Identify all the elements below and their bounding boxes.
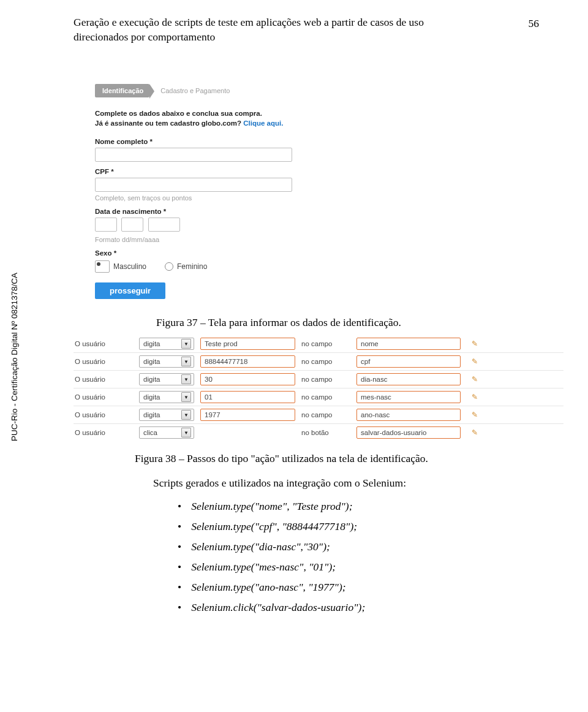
step-verb-label: digita — [143, 376, 160, 383]
step-preposition: no campo — [301, 340, 350, 347]
step-preposition: no campo — [301, 376, 350, 383]
running-title-line2: direcionados por comportamento — [74, 30, 215, 45]
body-intro: Scripts gerados e utilizados na integraç… — [153, 475, 539, 491]
breadcrumb-step-cadastro: Cadastro e Pagamento — [149, 84, 236, 97]
radio-masculino[interactable]: Masculino — [95, 260, 146, 273]
step-value-input[interactable]: 88844477718 — [200, 355, 295, 368]
pencil-icon[interactable]: ✎ — [467, 393, 478, 401]
chevron-down-icon: ▼ — [181, 357, 191, 366]
step-preposition: no campo — [301, 393, 350, 401]
page-number: 56 — [529, 17, 540, 31]
lead-link[interactable]: Clique aqui. — [243, 119, 283, 127]
chevron-down-icon: ▼ — [181, 339, 191, 349]
radio-dot-icon — [165, 262, 173, 271]
action-steps-table: O usuáriodigita▼Teste prodno camponome✎O… — [74, 335, 564, 441]
step-row: O usuáriodigita▼30no campodia-nasc✎ — [74, 371, 564, 388]
step-row: O usuáriodigita▼Teste prodno camponome✎ — [74, 335, 564, 353]
embedded-form-screenshot: Identificação Cadastro e Pagamento Compl… — [95, 84, 539, 299]
list-item: Selenium.type("cpf", "88844477718"); — [178, 518, 539, 535]
running-title-line1: Geração e execução de scripts de teste e… — [74, 16, 424, 28]
cpf-hint: Completo, sem traços ou pontos — [95, 194, 539, 202]
lead-bold-2: Já é assinante ou tem cadastro globo.com… — [95, 119, 241, 127]
radio-dot-icon — [95, 260, 110, 273]
step-actor: O usuário — [75, 340, 133, 347]
dob-year-field[interactable] — [148, 218, 180, 232]
step-preposition: no campo — [301, 358, 350, 365]
cpf-field[interactable] — [95, 178, 292, 192]
running-head: Geração e execução de scripts de teste e… — [74, 15, 539, 44]
form-lead-text: Complete os dados abaixo e conclua sua c… — [95, 108, 539, 128]
radio-label-m: Masculino — [113, 262, 146, 271]
label-cpf: CPF * — [95, 168, 539, 175]
chevron-down-icon: ▼ — [181, 410, 191, 420]
list-item: Selenium.type("ano-nasc", "1977"); — [178, 579, 539, 596]
chevron-down-icon: ▼ — [181, 374, 191, 384]
step-field-input[interactable]: salvar-dados-usuario — [356, 426, 461, 439]
step-value-input[interactable]: 01 — [200, 391, 295, 403]
figure-38-caption: Figura 38 – Passos do tipo "ação" utiliz… — [135, 452, 539, 465]
list-item: Selenium.click("salvar-dados-usuario"); — [178, 599, 539, 616]
pencil-icon[interactable]: ✎ — [467, 428, 478, 437]
pencil-icon[interactable]: ✎ — [467, 411, 478, 419]
step-verb-label: digita — [143, 411, 160, 418]
prosseguir-button[interactable]: prosseguir — [95, 282, 165, 299]
radio-label-f: Feminino — [177, 262, 207, 271]
dob-day-field[interactable] — [95, 218, 117, 232]
step-actor: O usuário — [75, 411, 133, 418]
label-dob: Data de nascimento * — [95, 208, 539, 215]
list-item: Selenium.type("mes-nasc", "01"); — [178, 559, 539, 575]
step-field-input[interactable]: ano-nasc — [356, 409, 461, 421]
pencil-icon[interactable]: ✎ — [467, 375, 478, 384]
step-verb-select[interactable]: digita▼ — [139, 338, 194, 350]
step-verb-select[interactable]: digita▼ — [139, 409, 194, 421]
body-text: Scripts gerados e utilizados na integraç… — [153, 475, 539, 616]
breadcrumb-step-identificacao: Identificação — [95, 84, 149, 97]
dob-hint: Formato dd/mm/aaaa — [95, 236, 539, 243]
step-field-input[interactable]: dia-nasc — [356, 373, 461, 385]
step-verb-select[interactable]: digita▼ — [139, 391, 194, 403]
step-field-input[interactable]: mes-nasc — [356, 391, 461, 403]
step-preposition: no campo — [301, 411, 350, 418]
pencil-icon[interactable]: ✎ — [467, 339, 478, 348]
chevron-down-icon: ▼ — [181, 392, 191, 402]
label-nome: Nome completo * — [95, 138, 539, 145]
step-actor: O usuário — [75, 376, 133, 383]
step-verb-select[interactable]: digita▼ — [139, 373, 194, 385]
selenium-code-list: Selenium.type("nome", "Teste prod");Sele… — [178, 498, 539, 616]
pencil-icon[interactable]: ✎ — [467, 357, 478, 366]
step-value-input[interactable]: 1977 — [200, 409, 295, 421]
step-field-input[interactable]: nome — [356, 338, 461, 350]
list-item: Selenium.type("nome", "Teste prod"); — [178, 498, 539, 515]
sidebar-certification-label: PUC-Rio - Certificação Digital Nº 082137… — [10, 433, 194, 441]
step-verb-label: digita — [143, 393, 160, 401]
step-value-input[interactable]: 30 — [200, 373, 295, 385]
step-value-input[interactable]: Teste prod — [200, 338, 295, 350]
radio-feminino[interactable]: Feminino — [165, 262, 207, 271]
step-verb-label: digita — [143, 358, 160, 365]
step-verb-select[interactable]: digita▼ — [139, 355, 194, 368]
step-actor: O usuário — [75, 358, 133, 365]
list-item: Selenium.type("dia-nasc","30"); — [178, 539, 539, 555]
lead-bold-1: Complete os dados abaixo e conclua sua c… — [95, 110, 262, 117]
step-verb-label: digita — [143, 340, 160, 347]
figure-37-caption: Figura 37 – Tela para informar os dados … — [156, 316, 539, 329]
breadcrumb: Identificação Cadastro e Pagamento — [95, 84, 539, 97]
nome-field[interactable] — [95, 148, 292, 162]
step-row: O usuáriodigita▼1977no campoano-nasc✎ — [74, 406, 564, 424]
step-actor: O usuário — [75, 393, 133, 401]
dob-month-field[interactable] — [121, 218, 143, 232]
step-row: O usuáriodigita▼88844477718no campocpf✎ — [74, 353, 564, 371]
step-row: O usuáriodigita▼01no campomes-nasc✎ — [74, 388, 564, 406]
label-sexo: Sexo * — [95, 249, 539, 257]
step-field-input[interactable]: cpf — [356, 355, 461, 368]
step-preposition: no botão — [301, 429, 350, 436]
